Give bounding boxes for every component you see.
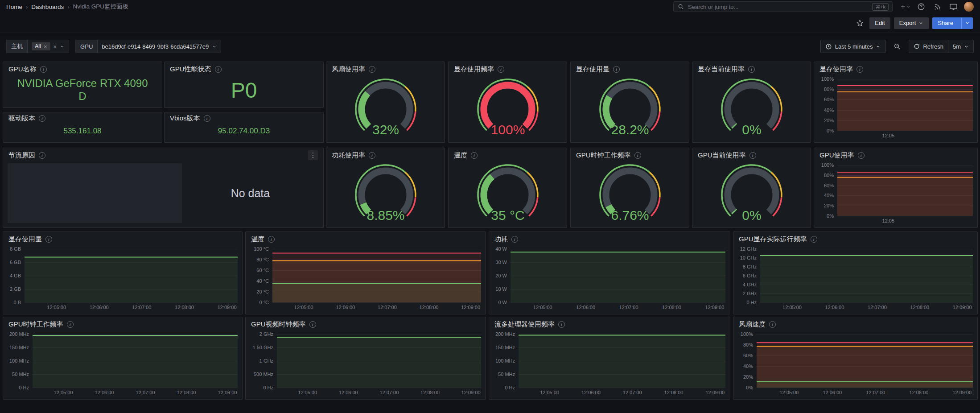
panel-header[interactable]: 功耗 i <box>489 232 730 246</box>
time-series-chart[interactable]: 100%80%60%40%20%0%12:05:0012:06:0012:07:… <box>737 331 975 396</box>
time-series-chart[interactable]: 100%80%60%40%20%0%12:05 <box>818 76 975 139</box>
search-box[interactable]: ⌘+k <box>673 1 893 12</box>
panel-header[interactable]: GPU使用率 i <box>814 148 977 162</box>
share-button[interactable]: Share <box>932 17 973 29</box>
favorite-star-icon[interactable] <box>853 17 866 29</box>
gauge: 28.2% <box>571 75 689 140</box>
time-series-chart[interactable]: 40 W30 W20 W10 W0 W12:05:0012:06:0012:07… <box>493 246 727 310</box>
time-series-chart[interactable]: 200 MHz150 MHz100 MHz50 MHz0 Hz12:05:001… <box>493 331 727 396</box>
panel-power-chart: 功耗 i 40 W30 W20 W10 W0 W12:05:0012:06:00… <box>489 231 730 314</box>
host-value: All <box>35 43 41 50</box>
host-variable[interactable]: 主机 All × × <box>6 40 69 53</box>
user-avatar[interactable] <box>964 2 974 12</box>
panel-header[interactable]: 显存使用量 i <box>571 62 689 76</box>
info-icon[interactable]: i <box>309 321 316 328</box>
news-rss-icon[interactable] <box>932 1 943 12</box>
monitor-icon[interactable] <box>948 1 959 12</box>
info-icon[interactable]: i <box>45 236 52 243</box>
panel-header[interactable]: 功耗使用率 i <box>326 148 445 162</box>
panel-header[interactable]: 显存使用频率 i <box>449 62 567 76</box>
panel-header[interactable]: 流多处理器使用频率 i <box>489 317 730 331</box>
panel-title: 温度 <box>251 235 264 244</box>
info-icon[interactable]: i <box>769 321 776 328</box>
chevron-down-icon <box>876 44 881 49</box>
refresh-interval: 5m <box>953 43 961 50</box>
empty-plot-area[interactable] <box>8 163 182 223</box>
info-icon[interactable]: i <box>215 66 222 73</box>
info-icon[interactable]: i <box>369 66 375 73</box>
refresh-button[interactable]: Refresh <box>909 40 948 53</box>
breadcrumb-dashboards[interactable]: Dashboards <box>31 4 64 10</box>
panel-mem-current-usage-gauge: 显存当前使用率 i 0% <box>692 62 811 143</box>
info-icon[interactable]: i <box>749 152 756 159</box>
info-icon[interactable]: i <box>856 66 863 73</box>
stat-value: NVIDIA GeForce RTX 4090 D <box>3 75 162 105</box>
info-icon[interactable]: i <box>39 115 45 122</box>
info-icon[interactable]: i <box>811 236 817 243</box>
chevron-down-icon <box>212 44 217 49</box>
gpu-variable[interactable]: GPU be16d9cf-e914-8469-9bf3-6cda641577e9 <box>75 40 221 53</box>
panel-header[interactable]: GPU当前使用率 i <box>692 148 811 162</box>
gauge: 0% <box>692 161 811 226</box>
info-icon[interactable]: i <box>558 321 565 328</box>
info-icon[interactable]: i <box>858 152 865 159</box>
remove-chip-icon[interactable]: × <box>44 44 47 50</box>
time-series-chart[interactable]: 100%80%60%40%20%0%12:05 <box>818 162 975 224</box>
info-icon[interactable]: i <box>268 236 275 243</box>
panel-header[interactable]: 显存当前使用率 i <box>692 62 811 76</box>
info-icon[interactable]: i <box>613 66 620 73</box>
info-icon[interactable]: i <box>748 66 755 73</box>
search-input[interactable] <box>688 4 869 10</box>
panel-header[interactable]: 显存使用率 i <box>814 62 977 76</box>
panel-header[interactable]: 风扇使用率 i <box>326 62 445 76</box>
info-icon[interactable]: i <box>471 152 478 159</box>
panel-header[interactable]: 温度 i <box>246 232 486 246</box>
breadcrumb-home[interactable]: Home <box>6 4 22 10</box>
time-series-chart[interactable]: 8 GB6 GB4 GB2 GB0 B12:05:0012:06:0012:07… <box>7 246 239 310</box>
panel-header[interactable]: GPU视频时钟频率 i <box>246 317 486 331</box>
info-icon[interactable]: i <box>634 152 641 159</box>
panel-header[interactable]: 节流原因 i ⋮ <box>3 148 323 162</box>
panel-header[interactable]: GPU时钟工作频率 i <box>571 148 689 162</box>
share-label[interactable]: Share <box>932 17 959 29</box>
host-value-chip[interactable]: All × <box>32 42 50 50</box>
panel-header[interactable]: GPU名称 i <box>3 62 162 76</box>
zoom-out-icon[interactable] <box>891 40 903 53</box>
refresh-interval-select[interactable]: 5m <box>948 40 973 53</box>
time-series-chart[interactable]: 200 MHz150 MHz100 MHz50 MHz0 Hz12:05:001… <box>7 331 239 396</box>
stat-value: P0 <box>165 75 323 105</box>
host-variable-select[interactable]: All × × <box>28 40 69 53</box>
panel-fan-usage-gauge: 风扇使用率 i 32% <box>326 62 445 143</box>
panel-header[interactable]: 温度 i <box>449 148 567 162</box>
info-icon[interactable]: i <box>511 236 518 243</box>
add-button[interactable] <box>900 1 910 12</box>
gauge: 6.76% <box>571 161 689 226</box>
panel-header[interactable]: GPU性能状态 i <box>165 62 323 76</box>
info-icon[interactable]: i <box>39 152 45 159</box>
panel-title: Vbios版本 <box>170 114 200 123</box>
panel-header[interactable]: 风扇速度 i <box>733 317 977 331</box>
breadcrumb-separator: › <box>67 4 69 10</box>
export-button[interactable]: Export <box>894 17 929 29</box>
time-series-chart[interactable]: 12 GHz10 GHz8 GHz6 GHz4 GHz2 GHz0 Hz12:0… <box>737 246 975 310</box>
svg-text:35 °C: 35 °C <box>491 208 524 223</box>
share-menu-chevron[interactable] <box>961 17 973 29</box>
gpu-variable-select[interactable]: be16d9cf-e914-8469-9bf3-6cda641577e9 <box>98 40 221 53</box>
gpu-variable-label: GPU <box>76 40 98 53</box>
info-icon[interactable]: i <box>67 321 74 328</box>
time-range-picker[interactable]: Last 5 minutes <box>820 40 886 53</box>
time-series-chart[interactable]: 2 GHz1.50 GHz1 GHz500 MHz0 Hz12:05:0012:… <box>249 331 483 396</box>
panel-header[interactable]: 显存使用量 i <box>3 232 242 246</box>
help-icon[interactable] <box>916 1 926 12</box>
panel-header[interactable]: GPU时钟工作频率 i <box>3 317 242 331</box>
clear-all-icon[interactable]: × <box>54 44 57 50</box>
info-icon[interactable]: i <box>498 66 504 73</box>
edit-button[interactable]: Edit <box>869 17 890 29</box>
info-icon[interactable]: i <box>40 66 47 73</box>
time-series-chart[interactable]: 100 °C80 °C60 °C40 °C20 °C0 °C12:05:0012… <box>249 246 483 310</box>
panel-title: 风扇使用率 <box>332 65 365 74</box>
info-icon[interactable]: i <box>204 115 210 122</box>
panel-menu-kebab-icon[interactable]: ⋮ <box>308 150 318 160</box>
panel-header[interactable]: GPU显存实际运行频率 i <box>733 232 977 246</box>
info-icon[interactable]: i <box>369 152 375 159</box>
